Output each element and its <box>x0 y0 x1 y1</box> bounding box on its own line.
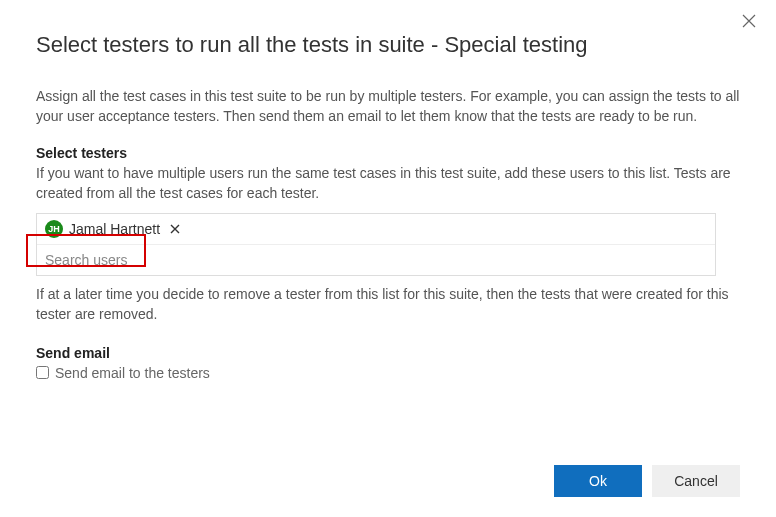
ok-button[interactable]: Ok <box>554 465 642 497</box>
close-button[interactable] <box>742 14 760 32</box>
remove-tester-note: If at a later time you decide to remove … <box>36 284 740 325</box>
select-testers-help: If you want to have multiple users run t… <box>36 163 740 204</box>
dialog-intro: Assign all the test cases in this test s… <box>36 86 740 127</box>
send-email-heading: Send email <box>36 345 740 361</box>
close-icon <box>170 224 180 234</box>
search-row <box>37 245 715 275</box>
assign-testers-dialog: Select testers to run all the tests in s… <box>0 0 776 517</box>
dialog-footer: Ok Cancel <box>36 445 740 497</box>
send-email-label[interactable]: Send email to the testers <box>55 365 210 381</box>
remove-tester-button[interactable] <box>166 222 184 237</box>
cancel-button[interactable]: Cancel <box>652 465 740 497</box>
search-users-input[interactable] <box>45 252 707 268</box>
select-testers-heading: Select testers <box>36 145 740 161</box>
close-icon <box>742 14 756 28</box>
selected-testers-row: JH Jamal Hartnett <box>37 214 715 245</box>
tester-picker: JH Jamal Hartnett <box>36 213 716 276</box>
avatar: JH <box>45 220 63 238</box>
dialog-title: Select testers to run all the tests in s… <box>36 32 740 58</box>
tester-chip-name: Jamal Hartnett <box>69 221 160 237</box>
send-email-checkbox[interactable] <box>36 366 49 379</box>
